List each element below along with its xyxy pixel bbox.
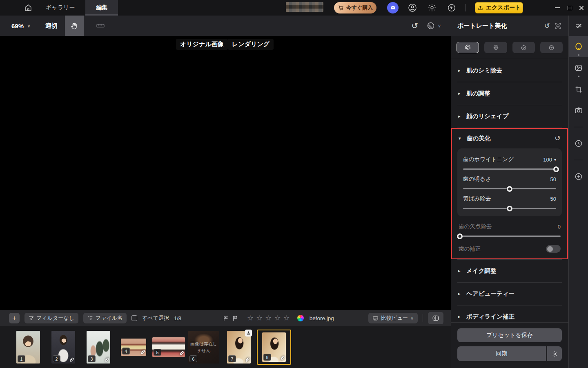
thumbnail-8[interactable]: 8 bbox=[262, 332, 286, 362]
sync-row: 同期 bbox=[457, 346, 562, 361]
sliders-icon bbox=[575, 22, 583, 30]
face-tab-child[interactable] bbox=[512, 42, 535, 53]
close-button[interactable] bbox=[574, 0, 588, 16]
slider-handle[interactable] bbox=[507, 206, 512, 211]
account-button[interactable] bbox=[407, 2, 418, 13]
slider-handle[interactable] bbox=[507, 186, 512, 192]
compare-view-dropdown[interactable]: 比較ビュー ∨ bbox=[368, 313, 418, 323]
slider-handle[interactable] bbox=[553, 166, 559, 172]
caret-down-icon: ▾ bbox=[554, 157, 556, 162]
thumbnail-2[interactable]: 2 bbox=[51, 331, 75, 364]
filter-dropdown[interactable]: フィルターなし bbox=[24, 313, 78, 323]
home-button[interactable] bbox=[21, 2, 35, 14]
section-label: ボディライン補正 bbox=[466, 313, 514, 321]
slider-track[interactable] bbox=[463, 208, 556, 209]
star-rating[interactable]: ☆☆☆☆☆ bbox=[247, 314, 291, 323]
face-tab-glasses[interactable] bbox=[540, 42, 563, 53]
section-face-reshape[interactable]: ▸ 顔のリシェイプ bbox=[451, 105, 568, 128]
adjust-panel-button[interactable] bbox=[569, 16, 588, 36]
panel-footer: プリセットを保存 同期 bbox=[451, 322, 568, 368]
flag-buttons bbox=[223, 315, 238, 321]
ruler-icon bbox=[96, 21, 105, 31]
section-makeup[interactable]: ▸ メイク調整 bbox=[451, 260, 568, 282]
section-bodyline[interactable]: ▸ ボディライン補正 bbox=[451, 305, 568, 322]
teeth-reset-icon[interactable]: ↺ bbox=[555, 134, 561, 143]
thumbnail-4[interactable]: 4 bbox=[121, 339, 146, 356]
rail-divider bbox=[574, 160, 583, 160]
rail-divider bbox=[574, 127, 583, 127]
sort-list-icon bbox=[87, 315, 93, 321]
login-button[interactable] bbox=[446, 2, 457, 13]
fit-button[interactable]: 適切 bbox=[45, 22, 58, 30]
slider-value-dropdown[interactable]: 100▾ bbox=[543, 157, 556, 163]
image-canvas[interactable]: オリジナル画像 レンダリング bbox=[0, 36, 451, 310]
flag-reject-icon[interactable] bbox=[232, 315, 238, 321]
undo-icon[interactable]: ↺ bbox=[411, 22, 418, 30]
thumbnail-6-missing[interactable]: 画像は存在しません 6 bbox=[188, 331, 219, 364]
slider-label: 黄ばみ除去 bbox=[463, 195, 491, 202]
caret-right-icon: ▸ bbox=[458, 268, 462, 274]
zoom-level-dropdown[interactable]: 69% ∨ bbox=[11, 22, 31, 29]
modified-dot bbox=[578, 76, 579, 77]
hand-tool-button[interactable] bbox=[65, 16, 84, 36]
thumbnail-3[interactable]: 3 bbox=[87, 331, 110, 364]
star-icon[interactable]: ☆ bbox=[274, 314, 281, 323]
slider-track[interactable] bbox=[463, 188, 556, 189]
modified-dot bbox=[578, 54, 579, 56]
discord-button[interactable] bbox=[387, 2, 399, 13]
save-preset-button[interactable]: プリセットを保存 bbox=[457, 328, 562, 342]
star-icon[interactable]: ☆ bbox=[265, 314, 272, 323]
caret-right-icon: ▸ bbox=[458, 314, 462, 319]
face-tab-man[interactable] bbox=[484, 42, 507, 53]
sort-dropdown[interactable]: ファイル名 bbox=[83, 313, 127, 323]
thumbnail-1[interactable]: 1 bbox=[16, 331, 40, 364]
thumbnail-5[interactable]: 5 bbox=[152, 337, 185, 357]
sync-button[interactable]: 同期 bbox=[457, 346, 546, 361]
rail-portrait-tool[interactable] bbox=[569, 36, 588, 57]
rail-add-tool[interactable] bbox=[569, 166, 588, 187]
rail-history-tool[interactable] bbox=[569, 133, 588, 154]
tab-edit[interactable]: 編集 bbox=[85, 0, 118, 16]
color-label-picker[interactable] bbox=[297, 315, 304, 321]
star-icon[interactable]: ☆ bbox=[283, 314, 291, 323]
section-label: 肌の調整 bbox=[466, 90, 490, 97]
settings-button[interactable] bbox=[426, 2, 438, 13]
portrait-face-icon bbox=[574, 42, 584, 52]
thumbnail-7[interactable]: 7 bbox=[227, 331, 251, 364]
minimize-button[interactable] bbox=[550, 0, 564, 16]
face-tab-woman[interactable] bbox=[457, 42, 479, 53]
compare-mode-dropdown[interactable]: ∨ bbox=[426, 21, 441, 30]
section-skin-adjust[interactable]: ▸ 肌の調整 bbox=[451, 82, 568, 105]
slider-handle[interactable] bbox=[457, 233, 463, 239]
teeth-correction-toggle[interactable] bbox=[546, 245, 561, 253]
add-image-button[interactable]: + bbox=[9, 313, 20, 323]
flag-accept-icon[interactable] bbox=[223, 315, 229, 321]
panel-reset-icon[interactable]: ↺ bbox=[544, 22, 550, 29]
rail-image-adjust-tool[interactable] bbox=[569, 57, 588, 79]
buy-now-button[interactable]: 今すぐ購入 bbox=[334, 2, 376, 13]
section-skin-blemish[interactable]: ▸ 肌のシミ除去 bbox=[451, 59, 568, 82]
select-all-checkbox[interactable] bbox=[131, 315, 137, 321]
paperclip-icon bbox=[104, 357, 109, 363]
teeth-slider-group: 歯のホワイトニング 100▾ 歯の明るさ 50 bbox=[457, 148, 562, 216]
buy-now-label: 今すぐ購入 bbox=[346, 4, 373, 11]
measure-tool-button[interactable] bbox=[91, 16, 110, 36]
slider-label: 歯の明るさ bbox=[463, 175, 491, 183]
rail-crop-tool[interactable] bbox=[569, 79, 588, 100]
paperclip-icon bbox=[244, 357, 250, 363]
star-icon[interactable]: ☆ bbox=[256, 314, 263, 323]
face-detect-icon[interactable] bbox=[554, 22, 562, 30]
section-hair-beauty[interactable]: ▸ ヘアビューティー bbox=[451, 283, 568, 305]
slider-track[interactable] bbox=[463, 168, 556, 170]
topbar-divider bbox=[466, 4, 466, 11]
section-teeth-beautify[interactable]: ▾ 歯の美化 ↺ bbox=[452, 129, 567, 148]
slider-track[interactable] bbox=[459, 236, 561, 237]
toggle-label: 歯の補正 bbox=[459, 245, 481, 253]
rail-camera-tool[interactable] bbox=[569, 100, 588, 121]
export-button[interactable]: エクスポート bbox=[475, 2, 523, 13]
filmstrip-toolbar: + フィルターなし ファイル名 すべて選択 1/8 bbox=[0, 310, 451, 326]
split-view-button[interactable] bbox=[428, 312, 443, 324]
tab-gallery[interactable]: ギャラリー bbox=[35, 0, 85, 16]
sync-settings-button[interactable] bbox=[547, 346, 562, 361]
star-icon[interactable]: ☆ bbox=[247, 314, 254, 323]
